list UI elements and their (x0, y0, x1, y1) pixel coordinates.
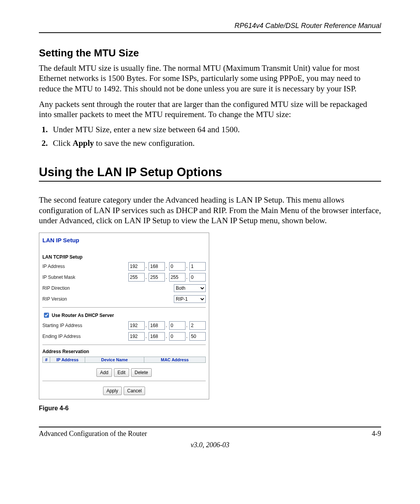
ip-dot: . (166, 334, 167, 339)
step-2-bold: Apply (73, 138, 94, 148)
ip-octet-4[interactable] (189, 262, 206, 271)
mask-octet-1[interactable] (128, 273, 145, 282)
panel-title: LAN IP Setup (42, 237, 206, 243)
start-ip-3[interactable] (169, 321, 186, 330)
step-1: Under MTU Size, enter a new size between… (50, 125, 381, 135)
th-hash: # (43, 357, 50, 363)
group-reservation: Address Reservation (42, 349, 206, 354)
start-ip-1[interactable] (128, 321, 145, 330)
dhcp-checkbox[interactable] (44, 313, 49, 318)
ip-dot: . (186, 264, 187, 269)
th-mac: MAC Address (144, 357, 205, 363)
end-ip-3[interactable] (169, 332, 186, 341)
starting-ip-label: Starting IP Address (42, 323, 112, 328)
th-device: Device Name (85, 357, 144, 363)
section-heading-lan: Using the LAN IP Setup Options (39, 165, 381, 182)
dhcp-checkbox-label: Use Router As DHCP Server (52, 313, 114, 318)
ip-dot: . (186, 323, 187, 328)
end-ip-2[interactable] (149, 332, 165, 341)
page-header: RP614v4 Cable/DSL Router Reference Manua… (39, 22, 381, 33)
separator (42, 381, 206, 381)
rip-direction-label: RIP Direction (42, 285, 112, 291)
cancel-button[interactable]: Cancel (124, 387, 145, 395)
ip-dot: . (145, 275, 147, 280)
th-ip: IP Address (50, 357, 85, 363)
end-ip-1[interactable] (128, 332, 145, 341)
paragraph-lan: The second feature category under the Ad… (39, 195, 381, 226)
start-ip-4[interactable] (189, 321, 206, 330)
edit-button[interactable]: Edit (114, 368, 129, 377)
end-ip-4[interactable] (189, 332, 206, 341)
section-heading-mtu: Setting the MTU Size (39, 47, 381, 59)
group-tcpip: LAN TCP/IP Setup (42, 254, 206, 260)
ip-dot: . (186, 334, 187, 339)
footer-version: v3.0, 2006-03 (39, 441, 381, 449)
step-2-suffix: to save the new configuration. (94, 138, 195, 148)
figure-caption: Figure 4-6 (39, 405, 381, 412)
paragraph-mtu-1: The default MTU size is usually fine. Th… (39, 63, 381, 94)
delete-button[interactable]: Delete (131, 368, 152, 377)
ip-dot: . (186, 275, 187, 280)
ip-dot: . (166, 264, 167, 269)
ip-octet-2[interactable] (149, 262, 165, 271)
paragraph-mtu-2: Any packets sent through the router that… (39, 99, 381, 120)
rip-version-label: RIP Version (42, 296, 112, 302)
ip-dot: . (145, 264, 147, 269)
mask-octet-4[interactable] (189, 273, 206, 282)
footer-left: Advanced Configuration of the Router (39, 430, 147, 438)
step-2: Click Apply to save the new configuratio… (50, 138, 381, 148)
ip-octet-1[interactable] (128, 262, 145, 271)
ip-dot: . (166, 323, 167, 328)
separator (42, 345, 206, 345)
step-2-prefix: Click (53, 138, 73, 148)
ip-address-label: IP Address (42, 264, 112, 269)
mtu-steps: Under MTU Size, enter a new size between… (39, 125, 381, 148)
separator (42, 307, 206, 308)
footer-right: 4-9 (372, 430, 381, 438)
subnet-label: IP Subnet Mask (42, 275, 112, 280)
rip-direction-select[interactable]: Both (174, 284, 206, 292)
ip-dot: . (166, 275, 167, 280)
mask-octet-2[interactable] (149, 273, 165, 282)
ip-dot: . (145, 323, 147, 328)
ip-octet-3[interactable] (169, 262, 186, 271)
ending-ip-label: Ending IP Address (42, 334, 112, 339)
start-ip-2[interactable] (149, 321, 165, 330)
ip-dot: . (145, 334, 147, 339)
mask-octet-3[interactable] (169, 273, 186, 282)
lan-ip-setup-screenshot: LAN IP Setup LAN TCP/IP Setup IP Address… (39, 233, 209, 399)
reservation-table: # IP Address Device Name MAC Address (42, 357, 206, 363)
rip-version-select[interactable]: RIP-1 (174, 295, 206, 303)
add-button[interactable]: Add (96, 368, 112, 377)
apply-button[interactable]: Apply (103, 387, 122, 395)
